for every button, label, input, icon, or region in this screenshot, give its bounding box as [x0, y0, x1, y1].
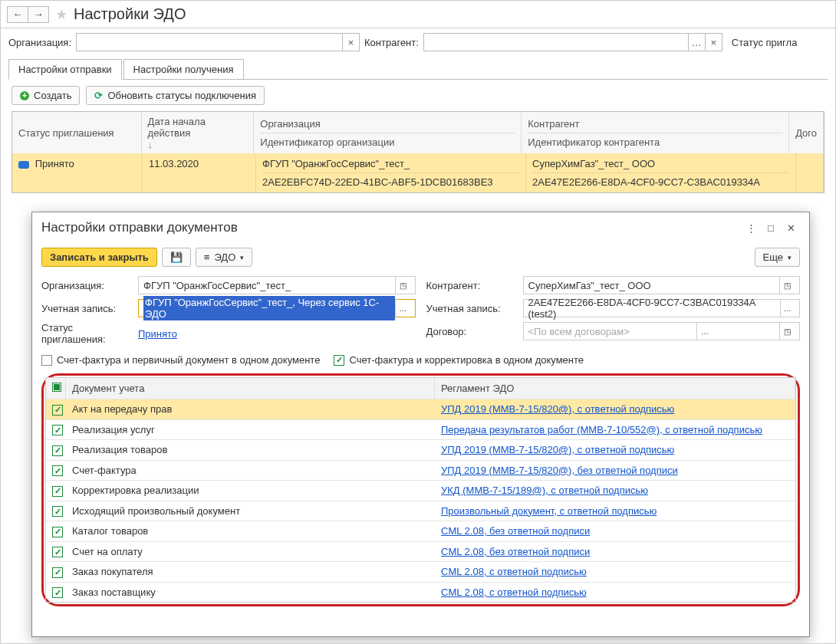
modal-acct2-label: Учетная запись:	[426, 303, 518, 314]
title-bar: ← → ★ Настройки ЭДО	[1, 1, 835, 28]
doc-row-regulation[interactable]: Передача результатов работ (ММВ-7-10/552…	[435, 424, 795, 436]
org-filter-label: Организация:	[8, 37, 71, 48]
refresh-icon: ⟳	[94, 90, 103, 101]
col-date-header[interactable]: Дата начала действия↓	[142, 112, 255, 153]
doc-row-checkbox[interactable]: ✓	[46, 424, 66, 436]
modal-cp-label: Контрагент:	[426, 280, 518, 291]
doc-row[interactable]: ✓Заказ покупателяCML 2.08, с ответной по…	[46, 561, 795, 582]
doc-row-name: Заказ поставщику	[66, 586, 435, 599]
doc-row-name: Счет на оплату	[66, 546, 435, 558]
checkbox-icon: ✓	[52, 506, 63, 517]
modal-acct2-field[interactable]: 2AE47E2E266-E8DA-4CF0-9CC7-C3BAC019334A …	[523, 299, 801, 317]
doc-row-name: Акт на передачу прав	[66, 403, 435, 416]
modal-cp-field[interactable]: СуперХимГаз"_тест_ ООО◳	[523, 276, 801, 294]
edo-button[interactable]: ≡ ЭДО ▾	[196, 248, 252, 267]
pick-button[interactable]: …	[395, 300, 410, 317]
doc-row[interactable]: ✓Заказ поставщикуCML 2.08, с ответной по…	[46, 582, 795, 603]
plus-icon: +	[20, 91, 29, 100]
modal-close-button[interactable]: ✕	[782, 219, 800, 237]
doc-row-checkbox[interactable]: ✓	[46, 505, 66, 518]
pick-button[interactable]: …	[780, 300, 795, 317]
cp-filter-label: Контрагент:	[364, 37, 419, 48]
modal-contract-field[interactable]: <По всем договорам> … ◳	[523, 322, 801, 340]
doc-row[interactable]: ✓Исходящий произвольный документПроизвол…	[46, 501, 795, 521]
checkbox-icon: ✓	[52, 465, 63, 476]
doc-row-checkbox[interactable]: ✓	[46, 566, 66, 578]
col-status-header[interactable]: Статус приглашения	[12, 112, 142, 153]
main-grid: Статус приглашения Дата начала действия↓…	[12, 111, 824, 193]
col-cp-header[interactable]: Контрагент Идентификатор контрагента	[522, 112, 789, 153]
grid-row[interactable]: Принято 11.03.2020 ФГУП "ОранжГосСервис"…	[12, 153, 824, 192]
cp-filter-field[interactable]	[424, 34, 688, 51]
doc-row-checkbox[interactable]: ✓	[46, 465, 66, 477]
doc-row[interactable]: ✓Акт на передачу правУПД 2019 (ММВ-7-15/…	[46, 399, 795, 419]
header-checkbox-icon	[52, 383, 61, 392]
modal-org-field[interactable]: ФГУП "ОранжГосСервис"_тест_◳	[138, 276, 416, 294]
doc-row-regulation[interactable]: УПД 2019 (ММВ-7-15/820@), с ответной под…	[435, 444, 795, 456]
doc-row[interactable]: ✓Реализация товаровУПД 2019 (ММВ-7-15/82…	[46, 439, 795, 460]
doc-row-checkbox[interactable]: ✓	[46, 485, 66, 497]
doc-row-regulation[interactable]: УПД 2019 (ММВ-7-15/820@), без ответной п…	[435, 465, 795, 477]
doc-row-name: Каталог товаров	[66, 525, 435, 537]
doc-row-regulation[interactable]: CML 2.08, без ответной подписи	[435, 546, 795, 558]
refresh-status-button[interactable]: ⟳ Обновить статусы подключения	[86, 86, 265, 105]
doc-row-name: Исходящий произвольный документ	[66, 505, 435, 518]
cp-filter-pick-button[interactable]: …	[688, 34, 705, 51]
doc-row[interactable]: ✓Счет-фактураУПД 2019 (ММВ-7-15/820@), б…	[46, 460, 795, 481]
doc-row-regulation[interactable]: CML 2.08, с ответной подписью	[435, 586, 795, 599]
invoice-single-doc-checkbox[interactable]: ✓ Счет-фактура и первичный документ в од…	[41, 354, 320, 366]
create-button[interactable]: + Создать	[12, 86, 80, 105]
doc-row-checkbox[interactable]: ✓	[46, 546, 66, 558]
doc-row[interactable]: ✓Счет на оплатуCML 2.08, без ответной по…	[46, 541, 795, 562]
chevron-down-icon: ▾	[788, 254, 792, 261]
doc-row[interactable]: ✓Реализация услугПередача результатов ра…	[46, 419, 795, 440]
modal-acct-field[interactable]: ФГУП "ОранжГосСервис"_тест_, Через серви…	[138, 299, 416, 317]
invoice-correction-single-doc-checkbox[interactable]: ✓ Счет-фактура и корректировка в одном д…	[334, 354, 584, 366]
org-filter-input[interactable]: ×	[76, 33, 360, 51]
doc-row[interactable]: ✓Корректировка реализацииУКД (ММВ-7-15/1…	[46, 480, 795, 501]
col-org-header[interactable]: Организация Идентификатор организации	[254, 112, 522, 153]
col-check-header[interactable]	[46, 378, 66, 399]
open-icon[interactable]: ◳	[779, 277, 795, 294]
doc-row-name: Счет-фактура	[66, 465, 435, 477]
nav-forward-button[interactable]: →	[28, 6, 49, 23]
checkbox-icon: ✓	[41, 355, 52, 366]
tab-receive[interactable]: Настройки получения	[123, 59, 244, 80]
col-contract-header[interactable]: Дого	[789, 112, 824, 153]
col-reg-header[interactable]: Регламент ЭДО	[435, 378, 795, 399]
doc-row-regulation[interactable]: УПД 2019 (ММВ-7-15/820@), с ответной под…	[435, 403, 795, 416]
org-filter-clear-button[interactable]: ×	[342, 34, 359, 51]
doc-row-checkbox[interactable]: ✓	[46, 525, 66, 537]
tabs: Настройки отправки Настройки получения	[1, 59, 835, 80]
nav-back-button[interactable]: ←	[7, 6, 28, 23]
pick-button[interactable]: …	[696, 323, 712, 340]
doc-row[interactable]: ✓Каталог товаровCML 2.08, без ответной п…	[46, 521, 795, 541]
star-icon[interactable]: ★	[55, 6, 67, 23]
modal-maximize-button[interactable]: □	[762, 219, 780, 237]
cp-filter-clear-button[interactable]: ×	[705, 34, 722, 51]
tab-send[interactable]: Настройки отправки	[8, 59, 122, 80]
modal-status-label: Статус приглашения:	[41, 322, 133, 345]
doc-row-regulation[interactable]: CML 2.08, без ответной подписи	[435, 525, 795, 537]
modal-menu-button[interactable]: ⋮	[742, 219, 760, 237]
checkbox-icon: ✓	[334, 355, 344, 366]
open-icon[interactable]: ◳	[779, 323, 795, 340]
modal-status-link[interactable]: Принято	[138, 328, 177, 340]
doc-row-regulation[interactable]: Произвольный документ, с ответной подпис…	[435, 505, 795, 518]
save-and-close-button[interactable]: Записать и закрыть	[41, 248, 157, 267]
send-settings-modal: Настройки отправки документов ⋮ □ ✕ Запи…	[31, 212, 810, 637]
col-doc-header[interactable]: Документ учета	[66, 378, 435, 399]
doc-row-regulation[interactable]: УКД (ММВ-7-15/189@), с ответной подписью	[435, 485, 795, 497]
create-label: Создать	[34, 90, 71, 101]
doc-row-checkbox[interactable]: ✓	[46, 403, 66, 416]
open-icon[interactable]: ◳	[395, 277, 410, 294]
org-filter-field[interactable]	[77, 34, 342, 51]
save-button[interactable]: 💾	[162, 248, 191, 267]
checkbox-icon: ✓	[52, 425, 63, 435]
doc-row-checkbox[interactable]: ✓	[46, 444, 66, 456]
more-button[interactable]: Еще ▾	[755, 248, 800, 267]
checkbox-icon: ✓	[52, 587, 63, 598]
doc-row-regulation[interactable]: CML 2.08, с ответной подписью	[435, 566, 795, 578]
cp-filter-input[interactable]: … ×	[423, 33, 722, 51]
doc-row-checkbox[interactable]: ✓	[46, 586, 66, 599]
